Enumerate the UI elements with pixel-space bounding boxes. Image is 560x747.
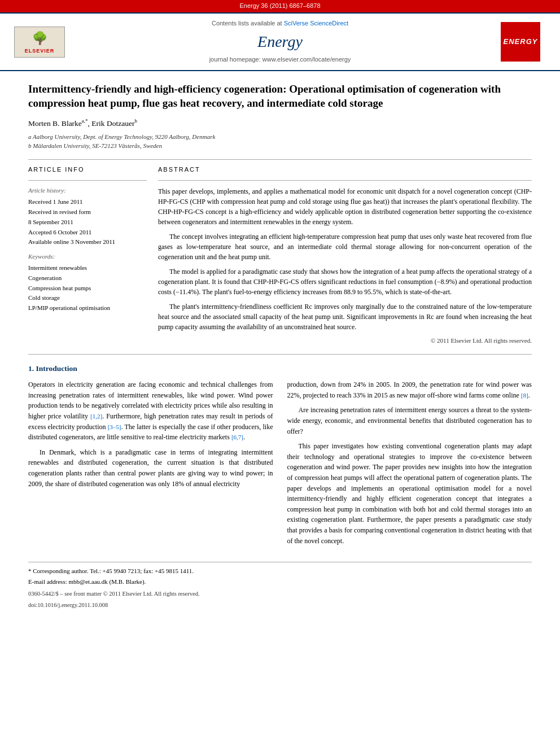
energy-logo-text: ENERGY (504, 37, 538, 47)
authors-line: Morten B. Blarkea,*, Erik Dotzauerb (28, 117, 532, 129)
keywords-label: Keywords: (28, 252, 147, 261)
received-date: Received 1 June 2011 (28, 198, 147, 207)
journal-center: Contents lists available at SciVerse Sci… (68, 19, 492, 64)
affiliations: a Aalborg University, Dept. of Energy Te… (28, 132, 532, 151)
abstract-text: This paper develops, implements, and app… (158, 186, 532, 332)
divider-bottom (28, 354, 532, 355)
paper-title: Intermittency-friendly and high-efficien… (28, 82, 532, 110)
email-label: E-mail address: (28, 578, 67, 585)
author2-name: Erik Dotzauer (91, 119, 134, 127)
elsevier-tree-icon: 🌳 (32, 29, 47, 47)
contents-available-text: Contents lists available at (212, 20, 282, 27)
section-title-text: Introduction (36, 364, 77, 373)
intro-section: 1. Introduction Operators in electricity… (28, 363, 532, 551)
article-history-label: Article history: (28, 186, 147, 195)
intro-body-cols: Operators in electricity generation are … (28, 379, 532, 551)
keyword-5: LP/MIP operational optimisation (28, 303, 147, 313)
ref-1-2[interactable]: [1,2] (90, 413, 102, 420)
doi-line: doi:10.1016/j.energy.2011.10.008 (28, 601, 532, 609)
intro-col2-p1: production, down from 24% in 2005. In 20… (287, 379, 532, 400)
journal-citation-text: Energy 36 (2011) 6867–6878 (239, 2, 320, 9)
ref-3-5[interactable]: [3–5] (108, 423, 121, 430)
abstract-col: ABSTRACT This paper develops, implements… (158, 165, 532, 346)
intro-section-title: 1. Introduction (28, 363, 532, 374)
email-address: mbb@et.aau.dk (M.B. Blarke). (68, 578, 146, 585)
intro-col2-p2: Are increasing penetration rates of inte… (287, 405, 532, 436)
author1-name: Morten B. Blarke (28, 119, 82, 127)
keyword-4: Cold storage (28, 293, 147, 303)
accepted-date: Accepted 6 October 2011 (28, 228, 147, 237)
energy-logo-box: ENERGY (501, 22, 540, 62)
author1-affil: a,* (82, 118, 88, 124)
ref-6-7[interactable]: [6,7] (231, 434, 243, 440)
available-date: Available online 3 November 2011 (28, 238, 147, 247)
issn-line: 0360-5442/$ – see front matter © 2011 El… (28, 589, 532, 598)
affil-b: b Mälardalen University, SE-72123 Väster… (28, 141, 532, 151)
journal-header: 🌳 ELSEVIER Contents lists available at S… (0, 12, 560, 71)
sciverse-line: Contents lists available at SciVerse Sci… (73, 19, 487, 28)
keyword-2: Cogeneration (28, 273, 147, 283)
abstract-para4: The plant's intermittency-friendliness c… (158, 302, 532, 332)
journal-title: Energy (73, 30, 487, 54)
content-area: Intermittency-friendly and high-efficien… (0, 71, 560, 621)
ref-8[interactable]: [8] (521, 392, 528, 399)
elsevier-logo: 🌳 ELSEVIER (11, 27, 68, 58)
abstract-heading: ABSTRACT (158, 165, 532, 174)
copyright-line: © 2011 Elsevier Ltd. All rights reserved… (158, 337, 532, 346)
intro-body-col1: Operators in electricity generation are … (28, 379, 273, 551)
journal-url: journal homepage: www.elsevier.com/locat… (73, 55, 487, 64)
article-info-abstract-row: ARTICLE INFO Article history: Received 1… (28, 165, 532, 346)
revised-date: 8 September 2011 (28, 218, 147, 227)
intro-col1-p1: Operators in electricity generation are … (28, 379, 273, 443)
abstract-para3: The model is applied for a paradigmatic … (158, 267, 532, 297)
intro-body-col2: production, down from 24% in 2005. In 20… (287, 379, 532, 551)
author2-affil: b (134, 118, 137, 124)
keyword-1: Intermittent renewables (28, 263, 147, 273)
intro-col1-p2: In Denmark, which is a paradigmatic case… (28, 447, 273, 489)
keyword-3: Compression heat pumps (28, 283, 147, 294)
elsevier-brand-text: ELSEVIER (25, 47, 55, 55)
journal-citation-bar: Energy 36 (2011) 6867–6878 (0, 0, 560, 12)
section-number: 1. (28, 364, 36, 373)
footnote-corresponding: * Corresponding author. Tel.: +45 9940 7… (28, 567, 532, 576)
abstract-para1: This paper develops, implements, and app… (158, 186, 532, 227)
intro-col2-p3: This paper investigates how existing con… (287, 441, 532, 546)
sciverse-link[interactable]: SciVerse ScienceDirect (284, 20, 348, 27)
energy-logo-right: ENERGY (492, 22, 549, 62)
article-info-heading: ARTICLE INFO (28, 165, 147, 174)
received-revised-label: Received in revised form (28, 208, 147, 217)
article-info-col: ARTICLE INFO Article history: Received 1… (28, 165, 147, 346)
footnote-email: E-mail address: mbb@et.aau.dk (M.B. Blar… (28, 578, 532, 587)
footnote-area: * Corresponding author. Tel.: +45 9940 7… (28, 562, 532, 609)
affil-a: a Aalborg University, Dept. of Energy Te… (28, 132, 532, 142)
divider-abstract (158, 180, 532, 181)
elsevier-logo-box: 🌳 ELSEVIER (14, 27, 65, 58)
abstract-para2: The concept involves integrating an effi… (158, 231, 532, 262)
divider-1 (28, 159, 532, 160)
divider-info (28, 180, 147, 181)
